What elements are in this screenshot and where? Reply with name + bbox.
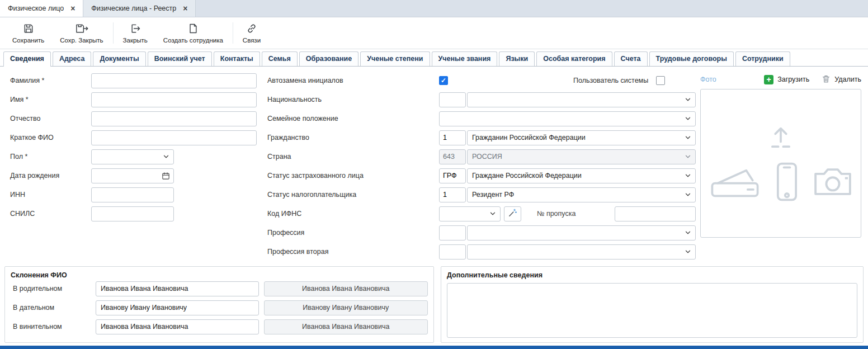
links-button-label: Связи (243, 37, 261, 44)
chevron-down-icon (684, 96, 692, 103)
toolbar-separator (113, 22, 114, 44)
auto-initials-label: Автозамена инициалов (264, 77, 439, 84)
tab-obrazovanie[interactable]: Образование (299, 51, 358, 66)
taxpayer-status-code-input[interactable] (439, 187, 466, 202)
window-tab-person[interactable]: Физическое лицо × (0, 0, 83, 17)
scanner-icon (709, 163, 761, 202)
window-tab-persons-registry[interactable]: Физические лица - Реестр × (83, 0, 196, 17)
chevron-down-icon (684, 248, 692, 256)
save-button[interactable]: Сохранить (4, 17, 52, 49)
field-row-first-name: Имя * (4, 90, 264, 109)
tab-svedeniya[interactable]: Сведения (3, 51, 51, 67)
first-name-input[interactable] (91, 92, 257, 107)
field-row-surname: Фамилия * (4, 71, 264, 90)
tab-kontakty[interactable]: Контакты (214, 51, 260, 66)
citizenship-value: Гражданин Российской Федерации (472, 134, 586, 142)
save-button-label: Сохранить (12, 37, 44, 44)
tab-semya[interactable]: Семья (262, 51, 298, 66)
patronymic-input[interactable] (91, 111, 257, 126)
birth-date-label: Дата рождения (4, 172, 91, 180)
nationality-select[interactable] (467, 92, 696, 107)
field-row-snils: СНИЛС (4, 204, 264, 223)
pass-number-input[interactable] (615, 206, 696, 221)
genitive-suggest-button[interactable]: Иванова Ивана Ивановича (264, 281, 428, 296)
accusative-input[interactable] (96, 319, 259, 334)
photo-upload-button[interactable]: + Загрузить (764, 75, 809, 84)
tab-dokumenty[interactable]: Документы (93, 51, 145, 66)
chevron-down-icon (684, 134, 692, 142)
insured-status-value: Граждане Российской Федерации (472, 172, 582, 180)
tab-adresa[interactable]: Адреса (53, 51, 91, 66)
calendar-icon[interactable] (162, 172, 170, 182)
nationality-label: Национальность (264, 96, 439, 103)
profession-select[interactable] (467, 225, 696, 240)
close-button[interactable]: Закрыть (115, 17, 155, 49)
save-close-button[interactable]: Сохр. Закрыть (52, 17, 111, 49)
insured-status-label: Статус застрахованного лица (264, 172, 439, 180)
tab-osobaya-kategoriya[interactable]: Особая категория (536, 51, 612, 66)
additional-info-title: Дополнительные сведения (447, 271, 857, 279)
create-employee-button[interactable]: Создать сотрудника (155, 17, 231, 49)
profession-second-select[interactable] (467, 244, 696, 260)
close-tab-icon[interactable]: × (70, 4, 75, 12)
field-row-insured-status: Статус застрахованного лица Граждане Рос… (264, 166, 696, 185)
camera-icon (813, 167, 853, 199)
save-close-icon (75, 23, 88, 35)
taxpayer-status-select[interactable]: Резидент РФ (467, 187, 696, 202)
bottom-section: Склонения ФИО В родительном Иванова Иван… (0, 261, 868, 343)
magic-wand-icon (508, 208, 517, 219)
trash-icon (822, 74, 831, 85)
inn-label: ИНН (4, 191, 91, 199)
close-tab-icon[interactable]: × (183, 4, 187, 12)
tab-voinskiy-uchet[interactable]: Воинский учет (148, 51, 212, 66)
citizenship-label: Гражданство (264, 134, 439, 142)
system-user-checkbox[interactable] (656, 76, 665, 85)
photo-title: Фото (700, 76, 716, 83)
taxpayer-status-label: Статус налогоплательщика (264, 191, 439, 199)
additional-info-textarea[interactable] (447, 283, 857, 338)
first-name-label: Имя * (4, 96, 91, 103)
citizenship-select[interactable]: Гражданин Российской Федерации (467, 130, 696, 145)
tab-trudovye-dogovory[interactable]: Трудовые договоры (649, 51, 734, 66)
inn-input[interactable] (91, 187, 174, 202)
insured-status-select[interactable]: Граждане Российской Федерации (467, 168, 696, 183)
snils-input[interactable] (91, 206, 174, 221)
gender-select[interactable] (91, 149, 174, 164)
tab-uchenye-zvaniya[interactable]: Ученые звания (432, 51, 498, 66)
marital-status-label: Семейное положение (264, 115, 439, 122)
insured-status-code-input[interactable] (439, 168, 466, 183)
field-row-short-fio: Краткое ФИО (4, 128, 264, 147)
tab-uchenye-stepeni[interactable]: Ученые степени (360, 51, 430, 66)
links-button[interactable]: Связи (235, 17, 268, 49)
dative-label: В дательном (11, 304, 96, 312)
accusative-suggest-button[interactable]: Иванова Ивана Ивановича (264, 319, 428, 334)
autofill-wand-button[interactable] (504, 206, 521, 221)
auto-initials-checkbox[interactable] (439, 76, 448, 85)
dative-suggest-button[interactable]: Иванову Ивану Ивановичу (264, 300, 428, 315)
nationality-code-input[interactable] (439, 92, 466, 107)
chevron-down-icon (684, 115, 692, 122)
surname-input[interactable] (91, 73, 257, 88)
country-value: РОССИЯ (472, 153, 502, 161)
field-row-gender: Пол * (4, 147, 264, 166)
links-icon (246, 23, 257, 35)
short-fio-input[interactable] (91, 130, 257, 145)
tab-yazyki[interactable]: Языки (499, 51, 535, 66)
profession-second-code-input[interactable] (439, 244, 466, 260)
declension-panel: Склонения ФИО В родительном Иванова Иван… (4, 266, 434, 343)
marital-status-select[interactable] (439, 111, 696, 126)
accusative-label: В винительном (11, 323, 96, 331)
citizenship-code-input[interactable] (439, 130, 466, 145)
photo-delete-button[interactable]: Удалить (822, 74, 861, 85)
field-row-birth-date: Дата рождения (4, 166, 264, 185)
dative-input[interactable] (96, 300, 259, 315)
field-row-citizenship: Гражданство Гражданин Российской Федерац… (264, 128, 696, 147)
photo-dropzone[interactable] (700, 89, 861, 238)
genitive-input[interactable] (96, 281, 259, 296)
photo-delete-label: Удалить (834, 76, 861, 83)
ifns-code-select[interactable] (439, 206, 501, 221)
profession-code-input[interactable] (439, 225, 466, 240)
field-row-taxpayer-status: Статус налогоплательщика Резидент РФ (264, 185, 696, 204)
tab-sotrudniki[interactable]: Сотрудники (735, 51, 790, 66)
tab-scheta[interactable]: Счета (614, 51, 648, 66)
